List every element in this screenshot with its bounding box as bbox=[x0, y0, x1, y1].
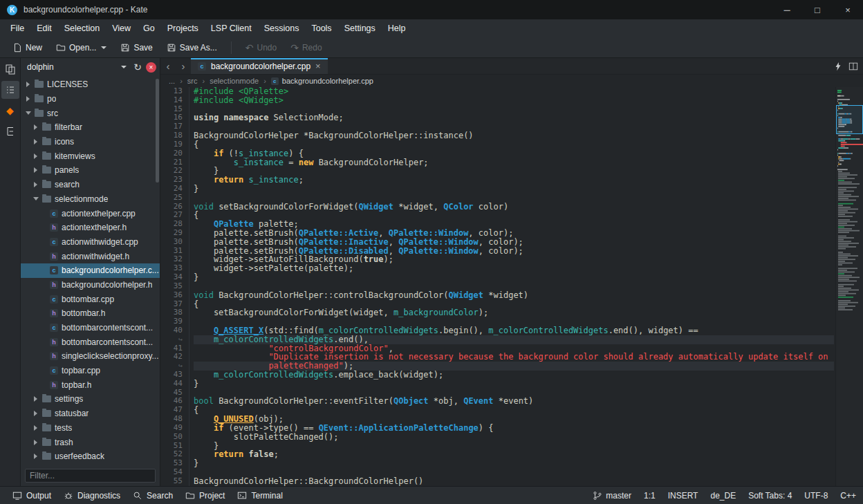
chevron-right-icon[interactable] bbox=[33, 167, 39, 173]
tree-file-singleclickselectionproxy[interactable]: hsingleclickselectionproxy... bbox=[21, 349, 160, 364]
crumb-[interactable]: ... bbox=[169, 77, 175, 85]
tree-file-backgroundcolorhelper-h[interactable]: hbackgroundcolorhelper.h bbox=[21, 278, 160, 292]
chevron-right-icon[interactable] bbox=[25, 96, 31, 102]
tree-folder-selectionmode[interactable]: selectionmode bbox=[21, 192, 160, 207]
tree-scrollbar-thumb[interactable] bbox=[156, 79, 159, 183]
crumb-src[interactable]: src bbox=[187, 77, 198, 85]
crumb-backgroundcolorhelper-cpp[interactable]: cbackgroundcolorhelper.cpp bbox=[271, 77, 373, 85]
tree-file-bottombarcontentscont[interactable]: cbottombarcontentscont... bbox=[21, 321, 160, 335]
menu-help[interactable]: Help bbox=[382, 21, 412, 35]
tree-folder-po[interactable]: po bbox=[21, 92, 160, 106]
chevron-down-icon[interactable] bbox=[33, 197, 39, 200]
split-view-icon[interactable] bbox=[848, 62, 858, 71]
tree-folder-userfeedback[interactable]: userfeedback bbox=[21, 449, 160, 464]
open-button[interactable]: Open... bbox=[50, 41, 112, 55]
tab-width[interactable]: Soft Tabs: 4 bbox=[748, 491, 792, 501]
tree-folder-tests[interactable]: tests bbox=[21, 421, 160, 436]
code-line[interactable]: } bbox=[194, 380, 834, 389]
tree-file-actiontexthelper-cpp[interactable]: cactiontexthelper.cpp bbox=[21, 206, 160, 221]
code-lines[interactable]: #include <QPalette>#include <QWidget>usi… bbox=[189, 87, 863, 486]
tree-file-bottombar-h[interactable]: hbottombar.h bbox=[21, 306, 160, 321]
code-line[interactable]: BackgroundColorHelper::BackgroundColorHe… bbox=[194, 477, 834, 486]
tree-folder-trash[interactable]: trash bbox=[21, 435, 160, 449]
tree-file-actionwithwidget-cpp[interactable]: cactionwithwidget.cpp bbox=[21, 235, 160, 250]
code-line[interactable]: bool BackgroundColorHelper::eventFilter(… bbox=[194, 397, 834, 406]
dictionary[interactable]: de_DE bbox=[710, 491, 736, 501]
tab-close-icon[interactable]: × bbox=[315, 61, 321, 71]
code-line[interactable]: m_colorControlledWidgets.emplace_back(wi… bbox=[194, 371, 834, 380]
tree-folder-filterbar[interactable]: filterbar bbox=[21, 120, 160, 135]
toolview-symbols-button[interactable] bbox=[1, 122, 19, 140]
toolview-projects-button[interactable] bbox=[1, 81, 19, 99]
code-line[interactable]: } bbox=[194, 459, 834, 468]
chevron-right-icon[interactable] bbox=[33, 153, 39, 159]
gutter[interactable]: 1314151617181920212223242526272829303132… bbox=[160, 87, 189, 486]
output-toolview-button[interactable]: Output bbox=[7, 489, 57, 502]
menu-file[interactable]: File bbox=[4, 21, 30, 35]
quick-open-icon[interactable] bbox=[833, 62, 843, 71]
code-line[interactable]: } bbox=[194, 442, 834, 451]
tree-folder-kitemviews[interactable]: kitemviews bbox=[21, 149, 160, 163]
cursor-position[interactable]: 1:1 bbox=[644, 491, 656, 501]
menu-projects[interactable]: Projects bbox=[161, 21, 205, 35]
tab-backgroundcolorhelper[interactable]: c backgroundcolorhelper.cpp × bbox=[191, 58, 328, 74]
code-line[interactable]: setBackgroundColorForWidget(widget, m_ba… bbox=[194, 308, 834, 317]
code-line[interactable]: using namespace SelectionMode; bbox=[194, 113, 834, 122]
tree-folder-icons[interactable]: icons bbox=[21, 135, 160, 149]
menu-settings[interactable]: Settings bbox=[338, 21, 382, 35]
tree-file-actiontexthelper-h[interactable]: hactiontexthelper.h bbox=[21, 221, 160, 235]
menu-tools[interactable]: Tools bbox=[305, 21, 337, 35]
input-mode[interactable]: INSERT bbox=[668, 491, 698, 501]
code-line[interactable]: } bbox=[194, 185, 834, 194]
menu-lsp-client[interactable]: LSP Client bbox=[205, 21, 258, 35]
tree-file-topbar-cpp[interactable]: ctopbar.cpp bbox=[21, 364, 160, 378]
menu-view[interactable]: View bbox=[106, 21, 137, 35]
crumb-selectionmode[interactable]: selectionmode bbox=[210, 77, 259, 85]
code-line[interactable]: } bbox=[194, 273, 834, 282]
chevron-right-icon[interactable] bbox=[33, 440, 39, 445]
code-line[interactable]: #include <QWidget> bbox=[194, 96, 834, 105]
save-as-button[interactable]: Save As... bbox=[161, 41, 223, 55]
tree-file-bottombar-cpp[interactable]: cbottombar.cpp bbox=[21, 292, 160, 306]
terminal-toolview-button[interactable]: Terminal bbox=[232, 489, 288, 502]
chevron-right-icon[interactable] bbox=[33, 425, 39, 431]
project-toolview-button[interactable]: Project bbox=[180, 489, 230, 502]
tree-folder-search[interactable]: search bbox=[21, 178, 160, 192]
syntax-mode[interactable]: C++ bbox=[840, 491, 856, 501]
chevron-right-icon[interactable] bbox=[33, 139, 39, 144]
code-line[interactable]: widget->setPalette(palette); bbox=[194, 264, 834, 273]
chevron-right-icon[interactable] bbox=[33, 124, 39, 130]
tree-folder-statusbar[interactable]: statusbar bbox=[21, 407, 160, 421]
tree-file-actionwithwidget-h[interactable]: hactionwithwidget.h bbox=[21, 249, 160, 263]
code-line[interactable]: { bbox=[194, 406, 834, 415]
chevron-right-icon[interactable] bbox=[25, 82, 31, 87]
chevron-right-icon[interactable] bbox=[33, 454, 39, 459]
menu-edit[interactable]: Edit bbox=[30, 21, 58, 35]
minimap-viewport-indicator[interactable] bbox=[836, 105, 863, 134]
code-line[interactable]: s_instance = new BackgroundColorHelper; bbox=[194, 158, 834, 167]
history-back-icon[interactable]: ‹ bbox=[160, 58, 176, 74]
tree-file-backgroundcolorhelper-c[interactable]: cbackgroundcolorhelper.c... bbox=[21, 263, 160, 278]
code-line[interactable]: BackgroundColorHelper *BackgroundColorHe… bbox=[194, 131, 834, 140]
tree-file-topbar-h[interactable]: htopbar.h bbox=[21, 377, 160, 392]
maximize-button[interactable]: □ bbox=[802, 0, 833, 19]
code-line[interactable]: void BackgroundColorHelper::controlBackg… bbox=[194, 291, 834, 300]
diagnostics-toolview-button[interactable]: Diagnostics bbox=[58, 489, 126, 502]
close-project-icon[interactable]: × bbox=[146, 62, 156, 73]
menu-selection[interactable]: Selection bbox=[58, 21, 106, 35]
code-line[interactable]: slotPaletteChanged(); bbox=[194, 433, 834, 442]
chevron-right-icon[interactable] bbox=[33, 411, 39, 416]
history-forward-icon[interactable]: › bbox=[176, 58, 191, 74]
minimap-scrollbar[interactable] bbox=[835, 87, 863, 486]
refresh-icon[interactable]: ↻ bbox=[133, 62, 142, 73]
menu-go[interactable]: Go bbox=[137, 21, 161, 35]
chevron-right-icon[interactable] bbox=[33, 182, 39, 187]
minimize-button[interactable]: ─ bbox=[772, 0, 802, 19]
project-selector[interactable]: dolphin bbox=[24, 61, 129, 73]
git-branch[interactable]: master bbox=[593, 491, 631, 501]
save-button[interactable]: Save bbox=[115, 41, 158, 55]
tree-folder-settings[interactable]: settings bbox=[21, 392, 160, 407]
tree-folder-src[interactable]: src bbox=[21, 106, 160, 120]
search-toolview-button[interactable]: Search bbox=[127, 489, 178, 502]
tree-file-bottombarcontentscont[interactable]: hbottombarcontentscont... bbox=[21, 335, 160, 349]
